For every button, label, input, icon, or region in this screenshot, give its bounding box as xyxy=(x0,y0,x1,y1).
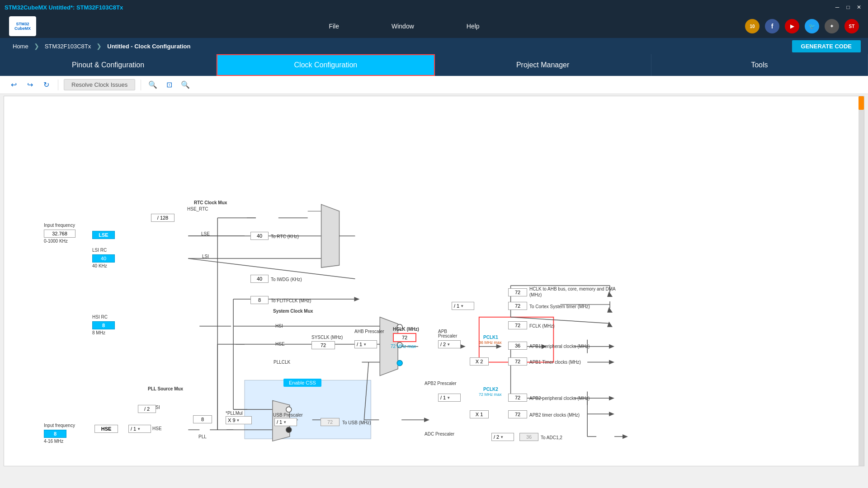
breadcrumb-home[interactable]: Home xyxy=(7,43,34,50)
apb1-peri-label: APB1 peripheral clocks (MHz) xyxy=(529,344,590,349)
apb2-div-dropdown[interactable]: / 1 ▼ xyxy=(438,394,461,402)
clock-diagram-svg xyxy=(4,96,864,466)
breadcrumb-chevron1: ❯ xyxy=(34,42,39,50)
cortex-div-dropdown[interactable]: / 1 ▼ xyxy=(452,302,474,310)
twitter-icon[interactable]: 🐦 xyxy=(805,19,819,33)
pll-div2-box[interactable]: / 2 xyxy=(138,405,156,413)
tab-tools[interactable]: Tools xyxy=(651,54,868,76)
window-menu[interactable]: Window xyxy=(388,21,418,32)
tab-clock[interactable]: Clock Configuration xyxy=(217,54,434,76)
apb2-peri-value[interactable]: 72 xyxy=(508,394,527,402)
maximize-button[interactable]: □ xyxy=(844,3,853,12)
pclk2-label: PCLK2 xyxy=(483,387,498,392)
input-freq-value2[interactable]: 8 xyxy=(44,430,66,438)
hclk-ahb-label: HCLK to AHB bus, core, memory and DMA (M… xyxy=(529,286,620,298)
fit-button[interactable]: ⊡ xyxy=(163,79,175,91)
hse-rtc-label: HSE_RTC xyxy=(187,206,208,211)
sysclk-value[interactable]: 72 xyxy=(311,341,335,349)
apb1-peri-value[interactable]: 36 xyxy=(508,342,527,350)
usb-label: To USB (MHz) xyxy=(342,420,371,425)
st-logo[interactable]: ST xyxy=(844,19,859,33)
redo-button[interactable]: ↪ xyxy=(24,79,36,91)
usb-prescaler-label: USB Prescaler xyxy=(273,413,303,418)
pll-mul-dropdown[interactable]: X 9 ▼ xyxy=(226,416,252,424)
adc-value: 36 xyxy=(519,433,538,441)
undo-button[interactable]: ↩ xyxy=(7,79,20,91)
hclk-max: 72 MHz max xyxy=(391,344,416,349)
rtc-mux-label: RTC Clock Mux xyxy=(194,200,227,205)
pclk2-max: 72 MHz max xyxy=(479,392,502,397)
tab-bar: Pinout & Configuration Clock Configurati… xyxy=(0,54,868,76)
minimize-button[interactable]: ─ xyxy=(833,3,842,12)
to-flit-label: To FLITFCLK (MHz) xyxy=(271,298,311,303)
tab-pinout[interactable]: Pinout & Configuration xyxy=(0,54,217,76)
network-icon[interactable]: ✦ xyxy=(825,19,839,33)
apb-div-dropdown[interactable]: / 2 ▼ xyxy=(438,340,461,348)
resolve-clock-button[interactable]: Resolve Clock Issues xyxy=(64,79,135,90)
lse-box[interactable]: LSE xyxy=(92,231,115,239)
to-iwdg-label: To IWDG (KHz) xyxy=(271,277,302,282)
youtube-icon[interactable]: ▶ xyxy=(785,19,799,33)
tab-project[interactable]: Project Manager xyxy=(435,54,651,76)
refresh-button[interactable]: ↻ xyxy=(40,79,52,91)
pll-mul-label: *PLLMul xyxy=(226,411,243,416)
input-freq-value1[interactable]: 32.768 xyxy=(44,230,75,238)
to-iwdg-value[interactable]: 40 xyxy=(250,275,269,283)
adc-div-dropdown[interactable]: / 2 ▼ xyxy=(491,433,514,441)
apb2-timer-value[interactable]: 72 xyxy=(508,410,527,418)
ahb-div-dropdown[interactable]: / 1 ▼ xyxy=(354,340,377,348)
input-freq-label1: Input frequency xyxy=(44,223,75,228)
apb2-prescaler-label: APB2 Prescaler xyxy=(425,381,457,386)
pll-label: PLL xyxy=(198,434,207,439)
title-bar: STM32CubeMX Untitled*: STM32F103C8Tx ─ □… xyxy=(0,0,868,14)
hse-box[interactable]: HSE xyxy=(94,425,118,433)
svg-point-76 xyxy=(286,407,292,412)
adc-label: To ADC1,2 xyxy=(541,435,562,440)
input-freq-range2: 4-16 MHz xyxy=(44,439,63,444)
svg-point-77 xyxy=(286,427,292,432)
adc-prescaler-label: ADC Prescaler xyxy=(425,432,454,436)
zoom-in-button[interactable]: 🔍 xyxy=(146,79,159,91)
scrollbar-thumb[interactable] xyxy=(859,96,864,110)
breadcrumb-chip[interactable]: STM32F103C8Tx xyxy=(39,43,97,50)
apb2-timer-label: APB2 timer clocks (MHz) xyxy=(529,413,580,418)
lsi-line-label: LSI xyxy=(202,254,209,259)
input-freq-range1: 0-1000 KHz xyxy=(44,239,68,244)
zoom-out-button[interactable]: 🔍 xyxy=(179,79,192,91)
system-clk-mux-label: System Clock Mux xyxy=(273,309,313,314)
facebook-icon[interactable]: f xyxy=(765,19,779,33)
app-title-text: STM32CubeMX Untitled*: STM32F103C8Tx xyxy=(5,4,123,11)
cortex-value[interactable]: 72 xyxy=(508,302,527,310)
app-title: STM32CubeMX Untitled*: STM32F103C8Tx xyxy=(5,4,833,11)
menu-bar: STM32 CubeMX File Window Help 10 f ▶ 🐦 ✦… xyxy=(0,14,868,38)
hclk-ahb-value[interactable]: 72 xyxy=(508,288,527,296)
div128-box[interactable]: / 128 xyxy=(151,214,175,222)
hclk-value[interactable]: 72 xyxy=(393,333,416,342)
to-rtc-value[interactable]: 40 xyxy=(250,232,269,240)
fclk-value[interactable]: 72 xyxy=(508,321,527,329)
pll-value-box[interactable]: 8 xyxy=(193,415,212,423)
help-menu[interactable]: Help xyxy=(463,21,483,32)
cortex-label: To Cortex System timer (MHz) xyxy=(529,304,590,309)
close-button[interactable]: ✕ xyxy=(854,3,863,12)
apb2-peri-label: APB2 peripheral clocks (MHz) xyxy=(529,396,590,401)
hsi-mux-label: HSI xyxy=(275,324,283,328)
usb-div-dropdown[interactable]: / 1 ▼ xyxy=(274,418,297,426)
lsi-value-box[interactable]: 40 xyxy=(92,254,115,263)
vertical-scrollbar[interactable] xyxy=(859,96,864,466)
apb1-timer-value[interactable]: 72 xyxy=(508,357,527,366)
main-menu: File Window Help xyxy=(63,21,745,32)
breadcrumb-current[interactable]: Untitled - Clock Configuration xyxy=(102,43,196,50)
hclk-label: HCLK (MHz) xyxy=(393,327,419,332)
to-flit-value[interactable]: 8 xyxy=(250,296,269,304)
anniversary-icon[interactable]: 10 xyxy=(745,19,760,33)
hsi-value-box[interactable]: 8 xyxy=(92,321,115,329)
pllclk-mux-label: PLLCLK xyxy=(274,360,290,365)
window-controls: ─ □ ✕ xyxy=(833,3,863,12)
hse-div-dropdown[interactable]: / 1 ▼ xyxy=(128,425,151,433)
generate-code-button[interactable]: GENERATE CODE xyxy=(792,40,861,52)
stm32-logo: STM32 CubeMX xyxy=(9,16,36,36)
enable-css-button[interactable]: Enable CSS xyxy=(283,379,321,387)
breadcrumb-chevron2: ❯ xyxy=(96,42,102,50)
file-menu[interactable]: File xyxy=(325,21,343,32)
